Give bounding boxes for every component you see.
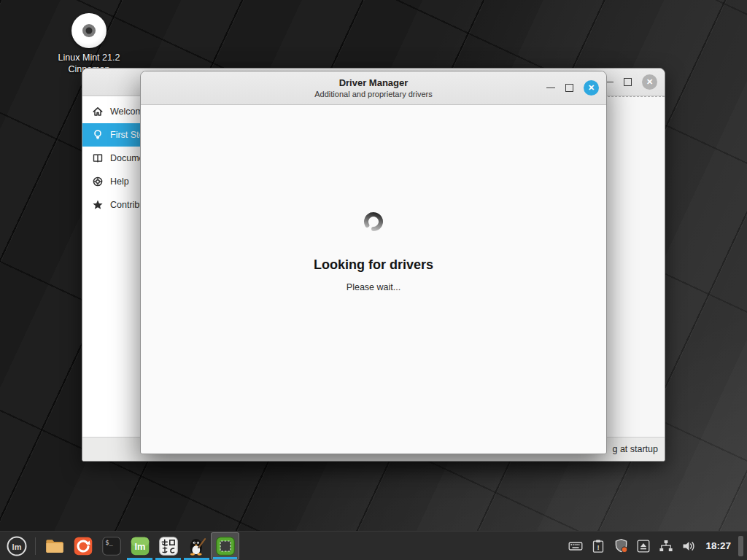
desktop-background: Linux Mint 21.2 Cinnamon ✕ Welcome — [0, 0, 747, 560]
taskbar-separator — [35, 537, 36, 555]
status-message: Please wait... — [347, 282, 400, 292]
driver-manager-titles: Driver Manager Additional and proprietar… — [141, 77, 606, 98]
disc-icon — [71, 13, 107, 48]
desktop-icon-label-line1: Linux Mint 21.2 — [47, 52, 131, 64]
system-tray: ! — [568, 538, 697, 554]
close-icon[interactable]: ✕ — [642, 74, 657, 90]
mint-logo-glyph: lm — [134, 541, 145, 552]
driver-manager-window-controls: ✕ — [546, 71, 599, 104]
lightbulb-icon — [92, 129, 104, 141]
terminal-prompt-glyph: $_ — [105, 538, 113, 545]
window-button-tux-tool[interactable] — [182, 532, 211, 560]
star-icon — [92, 199, 104, 211]
driver-manager-titlebar[interactable]: Driver Manager Additional and proprietar… — [141, 71, 606, 105]
close-icon[interactable]: ✕ — [584, 80, 599, 96]
welcome-window-controls: ✕ — [605, 69, 657, 96]
window-button-input-method[interactable] — [154, 532, 182, 560]
launcher-web-browser[interactable] — [69, 532, 97, 560]
active-window-indicator — [155, 558, 181, 560]
terminal-icon: $_ — [101, 536, 122, 556]
active-window-indicator — [213, 557, 237, 559]
loading-spinner-icon — [362, 210, 385, 233]
svg-text:!: ! — [597, 542, 600, 551]
sidebar-item-label: Help — [110, 176, 129, 187]
mint-menu-button[interactable]: lm — [3, 532, 31, 560]
volume-icon[interactable] — [681, 538, 697, 554]
maximize-icon[interactable] — [624, 78, 632, 86]
svg-text:lm: lm — [12, 542, 22, 551]
folder-icon — [44, 536, 65, 556]
active-window-indicator — [127, 558, 152, 560]
book-icon — [92, 152, 104, 164]
home-icon — [92, 106, 104, 117]
input-method-icon — [158, 536, 179, 556]
show-desktop-button[interactable] — [738, 536, 743, 556]
lifebuoy-icon — [92, 176, 104, 187]
clock[interactable]: 18:27 — [705, 540, 731, 551]
clipboard-alert-icon[interactable]: ! — [590, 538, 606, 554]
window-button-welcome-app[interactable]: lm — [125, 532, 154, 560]
launcher-file-manager[interactable] — [40, 532, 69, 560]
window-subtitle: Additional and proprietary drivers — [141, 90, 606, 98]
active-window-indicator — [184, 558, 209, 560]
update-manager-shield-icon[interactable] — [613, 538, 629, 554]
network-icon[interactable] — [658, 538, 674, 554]
launcher-terminal[interactable]: $_ — [97, 532, 125, 560]
driver-manager-window: Driver Manager Additional and proprietar… — [140, 71, 607, 454]
taskbar: lm $_ — [0, 531, 747, 560]
removable-media-icon[interactable] — [635, 538, 651, 554]
tux-penguin-icon — [187, 536, 207, 556]
maximize-icon[interactable] — [565, 84, 573, 92]
window-title: Driver Manager — [141, 77, 606, 88]
browser-icon — [73, 536, 93, 556]
keyboard-layout-icon[interactable] — [568, 538, 584, 554]
driver-manager-body: Looking for drivers Please wait... — [141, 105, 606, 454]
screenshot-tool-icon — [215, 536, 236, 556]
mint-welcome-icon: lm — [130, 536, 150, 556]
desktop-icon-linux-mint-iso[interactable]: Linux Mint 21.2 Cinnamon — [47, 13, 131, 75]
window-button-screenshot-tool[interactable] — [211, 532, 239, 560]
minimize-icon[interactable] — [546, 88, 555, 89]
status-heading: Looking for drivers — [314, 257, 433, 273]
mint-logo-icon: lm — [6, 535, 28, 557]
show-at-startup-label[interactable]: g at startup — [612, 444, 658, 454]
